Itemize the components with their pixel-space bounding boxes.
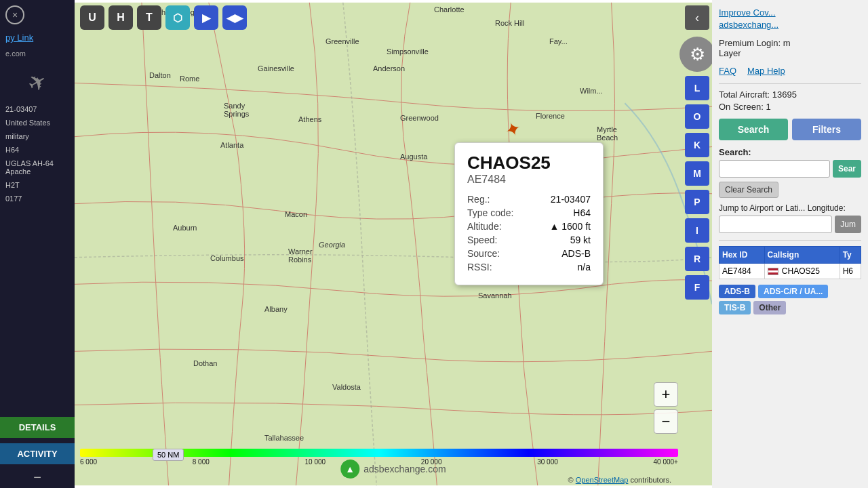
url-label: e.com	[0, 48, 75, 59]
sidebar-p-button[interactable]: P	[685, 190, 709, 214]
search-button[interactable]: Search	[719, 119, 788, 140]
total-value: 13695	[772, 89, 797, 100]
copy-link[interactable]: py Link	[0, 27, 75, 48]
minimize-button[interactable]: −	[0, 467, 75, 488]
popup-type-value: H64	[573, 207, 591, 218]
map-help-link[interactable]: Map Help	[747, 65, 785, 77]
jump-row: Jum	[719, 216, 861, 233]
ads-text: adsbexchange.com	[363, 464, 446, 474]
cell-hex: AE7484	[719, 263, 765, 279]
arrow-right-icon: ▶	[202, 12, 210, 24]
details-button[interactable]: DETAILS	[0, 417, 75, 438]
cell-callsign: CHAOS25	[764, 263, 840, 279]
back-arrow-icon: ‹	[695, 11, 699, 25]
category-info: military	[0, 129, 75, 143]
settings-button[interactable]: ⚙	[679, 37, 712, 72]
alt-label-8000: 8 000	[193, 458, 210, 466]
popup-hex: AE7484	[467, 174, 591, 186]
osm-link[interactable]: OpenStreetMap	[576, 476, 629, 484]
adsbexchange-link[interactable]: adsbexchang...	[719, 19, 861, 31]
search-go-button[interactable]: Sear	[833, 160, 861, 178]
right-panel: Improve Cov... adsbexchang... Premium Lo…	[712, 0, 868, 488]
col-hex-id[interactable]: Hex ID	[719, 246, 765, 263]
map-area[interactable]: Chattanooga Charlotte Greenville Rome Ga…	[75, 0, 712, 488]
on-screen-stat: On Screen: 1	[719, 102, 861, 112]
cell-type: H6	[840, 263, 861, 279]
layer-label: Layer	[719, 48, 741, 58]
sidebar-l-button[interactable]: L	[685, 76, 709, 100]
improve-coverage-link[interactable]: Improve Cov...	[719, 7, 861, 19]
sidebar-o-button[interactable]: O	[685, 104, 709, 129]
activity-button[interactable]: ACTIVITY	[0, 443, 75, 464]
popup-callsign: CHAOS25	[467, 152, 591, 174]
total-aircraft-stat: Total Aircraft: 13695	[719, 89, 861, 100]
nav-next-button[interactable]: ▶	[194, 5, 218, 30]
range-label: 50 NM	[153, 449, 184, 461]
map-sidebar: ‹ ⚙ L O K M P I R F	[682, 0, 712, 488]
attribution: © OpenStreetMap contributors.	[568, 476, 671, 484]
altitude-up-icon: ▲	[549, 221, 559, 232]
svg-rect-0	[75, 3, 712, 485]
zoom-out-button[interactable]: −	[654, 409, 678, 434]
popup-source-value: ADS-B	[561, 248, 591, 259]
aircraft-icon: ✈	[28, 70, 47, 96]
nav-h-button[interactable]: H	[108, 5, 133, 30]
sidebar-i-button[interactable]: I	[685, 218, 709, 243]
nav-u-button[interactable]: U	[80, 5, 104, 30]
top-nav: U H T ⬡ ▶ ◀▶	[80, 5, 247, 30]
search-label: Search:	[719, 147, 861, 157]
squawk-info: H2T	[0, 178, 75, 192]
sidebar-r-button[interactable]: R	[685, 247, 709, 271]
search-input[interactable]	[719, 160, 830, 178]
ads-logo: ▲	[340, 460, 359, 479]
filters-button[interactable]: Filters	[792, 119, 861, 140]
popup-source-label: Source:	[467, 248, 500, 259]
alt-label-6000: 6 000	[80, 458, 97, 466]
minus-icon: −	[662, 413, 671, 430]
reg-info: 21-03407	[0, 102, 75, 116]
sidebar-back-button[interactable]: ‹	[685, 5, 709, 30]
tag-adsc[interactable]: ADS-C/R / UA...	[758, 285, 828, 298]
gear-icon: ⚙	[690, 44, 705, 65]
on-screen-label: On Screen:	[719, 102, 764, 112]
map-svg	[75, 0, 712, 488]
nav-layers-button[interactable]: ⬡	[165, 5, 190, 30]
popup-type-label: Type code:	[467, 207, 514, 218]
swap-icon: ◀▶	[226, 12, 243, 24]
tag-tisb[interactable]: TIS-B	[719, 301, 751, 314]
plane-icon: ✈	[23, 67, 52, 98]
sidebar-k-button[interactable]: K	[685, 133, 709, 157]
popup-speed-label: Speed:	[467, 235, 497, 245]
sidebar-f-button[interactable]: F	[685, 275, 709, 300]
on-screen-value: 1	[766, 102, 770, 112]
plus-icon: +	[662, 386, 671, 403]
zoom-in-button[interactable]: +	[654, 382, 678, 407]
alt-label-30000: 30 000	[537, 458, 558, 466]
nav-swap-button[interactable]: ◀▶	[222, 5, 247, 30]
nav-t-button[interactable]: T	[137, 5, 161, 30]
col-type[interactable]: Ty	[840, 246, 861, 263]
faq-link[interactable]: FAQ	[719, 65, 736, 77]
tag-adsb[interactable]: ADS-B	[719, 285, 755, 298]
alt-label-10000: 10 000	[305, 458, 326, 466]
jump-button[interactable]: Jum	[835, 216, 861, 233]
popup-rssi-label: RSSI:	[467, 262, 492, 272]
popup-reg-value: 21-03407	[551, 194, 591, 205]
jump-input[interactable]	[719, 216, 832, 233]
popup-reg-label: Reg.:	[467, 194, 490, 205]
aircraft-table: Hex ID Callsign Ty AE7484 CHAOS25 H6	[719, 246, 861, 279]
total-label: Total Aircraft:	[719, 89, 770, 100]
col-callsign[interactable]: Callsign	[764, 246, 840, 263]
close-button[interactable]: ×	[5, 5, 24, 24]
layers-icon: ⬡	[173, 12, 182, 24]
attribution-suffix: contributors.	[630, 476, 671, 484]
table-row[interactable]: AE7484 CHAOS25 H6	[719, 263, 861, 279]
altitude-number: 1600 ft	[561, 221, 591, 232]
tag-other[interactable]: Other	[753, 301, 786, 314]
search-row: Sear	[719, 160, 861, 178]
country-info: United States	[0, 116, 75, 129]
sidebar-m-button[interactable]: M	[685, 161, 709, 186]
clear-search-button[interactable]: Clear Search	[719, 182, 778, 198]
popup-rssi-value: n/a	[578, 262, 591, 272]
table-header-row: Hex ID Callsign Ty	[719, 246, 861, 263]
